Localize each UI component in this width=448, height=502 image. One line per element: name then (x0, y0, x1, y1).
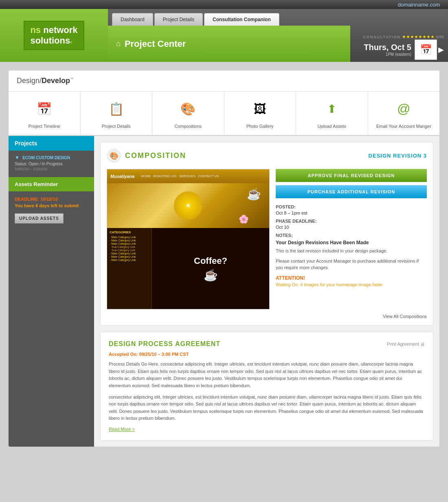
project-expand-arrow: ▼ (15, 155, 20, 160)
consultation-row: CONSULTATION ★★★★★★★★ SITE (363, 34, 444, 39)
notes-text-1: This is the last revision included in yo… (276, 248, 427, 254)
project-center-title: Project Center (125, 39, 186, 49)
logo-ns: ns networksolutions® (30, 25, 77, 46)
toolbar-label-photo-gallery: Photo Gallery (246, 123, 274, 129)
date-display: Thurs, Oct 5 (364, 43, 411, 52)
main-wrapper: Design/Develop™ 📅 Project Timeline 📋 Pro… (0, 62, 448, 455)
purchase-btn[interactable]: PURCHASE ADDITIONAL REVISION (276, 185, 427, 198)
toolbar-label-email: Email Your Account Manger (376, 123, 431, 129)
nav-tabs: Dashboard Project Details Consultation C… (108, 9, 350, 26)
toolbar-label-project-timeline: Project Timeline (29, 123, 60, 129)
toolbar-photo-gallery[interactable]: 🖼 Photo Gallery (224, 92, 296, 135)
sidebar-project-item[interactable]: ▼ ECOM CUSTOM DESIGN Status: Open / In P… (9, 151, 94, 175)
attention-section: ATTENTION! Waiting On: 4 Images for your… (276, 275, 427, 287)
assets-days-text: You have 6 days left to submit (9, 203, 94, 211)
date-area: Thurs, Oct 5 1PM (eastern) (364, 43, 411, 57)
calendar-thumbnail[interactable]: 📅 (415, 39, 437, 60)
main-container: Design/Develop™ 📅 Project Timeline 📋 Pro… (8, 70, 440, 447)
dpa-section: DESIGN PROCESS AGREEMENT Print Agreement… (100, 332, 433, 441)
mockup-top-bar: Musaliyana HOME ROASTING 101 SERVICES CO… (107, 169, 269, 183)
site-label: SITE (436, 35, 444, 39)
nav-tabs-area: Dashboard Project Details Consultation C… (108, 9, 350, 62)
project-name: ECOM CUSTOM DESIGN (22, 156, 70, 160)
assets-deadline: DEADLINE: 10/15/10 (9, 193, 94, 203)
composition-section: 🎨 COMPOSITION DESIGN REVISION 3 Musaliya… (100, 142, 433, 326)
project-details-icon: 📋 (105, 98, 127, 120)
notes-title: NOTES: (276, 233, 427, 238)
toolbar-label-project-details: Project Details (102, 123, 131, 129)
comp-title-row: 🎨 COMPOSITION (107, 149, 186, 163)
dpa-title: DESIGN PROCESS AGREEMENT (109, 340, 220, 348)
notes-heading: Your Design Revisions Have Been Made (276, 240, 427, 246)
posted-label: POSTED: (276, 204, 427, 209)
upload-assets-button[interactable]: UPLOAD ASSETS (15, 213, 64, 224)
domain-name: domainname.com (398, 2, 440, 8)
consultation-label: CONSULTATION (363, 35, 401, 39)
date-cal-row: Thurs, Oct 5 1PM (eastern) 📅 ▶ (364, 39, 444, 60)
toolbar-label-upload-assets: Upload Assets (318, 123, 346, 129)
calendar-arrow[interactable]: ▶ (438, 45, 444, 54)
sidebar: Projects ▼ ECOM CUSTOM DESIGN Status: Op… (9, 136, 94, 447)
toolbar-email-account-manager[interactable]: @ Email Your Account Manger (368, 92, 440, 135)
project-dates: 10/01/10 – 11/01/10 (15, 167, 88, 171)
compositions-icon: 🎨 (177, 98, 199, 120)
notes-text-2: Please contact your Account Manager to p… (276, 258, 427, 271)
tab-dashboard[interactable]: Dashboard (112, 13, 153, 26)
comp-revision-label: DESIGN REVISION 3 (369, 153, 427, 159)
phase-deadline-label: PHASE DEADLINE: (276, 219, 427, 224)
home-icon: ⌂ (116, 39, 121, 48)
accepted-on: Accepted On: 09/25/10 – 3:00 PM CST (109, 352, 425, 357)
upload-assets-icon: ⬆ (321, 98, 343, 120)
logo-area: ns networksolutions® (0, 9, 108, 62)
project-status: Status: Open / In Progress (15, 162, 88, 166)
toolbar-project-timeline[interactable]: 📅 Project Timeline (9, 92, 81, 135)
print-agreement-link[interactable]: Print Agreement 🖨 (387, 342, 425, 346)
dd-header: Design/Develop™ (9, 70, 439, 92)
logo-box: ns networksolutions® (24, 21, 84, 50)
dpa-paragraph-2: consectetur adipiscing elit. Integer ult… (109, 394, 425, 422)
mockup-outer: Musaliyana HOME ROASTING 101 SERVICES CO… (107, 169, 269, 309)
project-arrow-name-row: ▼ ECOM CUSTOM DESIGN (15, 155, 88, 160)
right-panel: CONSULTATION ★★★★★★★★ SITE Thurs, Oct 5 … (350, 9, 448, 62)
composition-mockup-image: Musaliyana HOME ROASTING 101 SERVICES CO… (107, 169, 270, 309)
top-bar: domainname.com (0, 0, 448, 9)
notes-section: NOTES: Your Design Revisions Have Been M… (276, 233, 427, 271)
comp-header: 🎨 COMPOSITION DESIGN REVISION 3 (107, 149, 427, 163)
photo-gallery-icon: 🖼 (249, 98, 271, 120)
time-display: 1PM (eastern) (364, 52, 411, 57)
dpa-header: DESIGN PROCESS AGREEMENT Print Agreement… (109, 340, 425, 348)
view-all-link[interactable]: View All Compositions (383, 314, 427, 319)
tab-project-details[interactable]: Project Details (154, 13, 203, 26)
view-all-compositions: View All Compositions (107, 313, 427, 319)
toolbar-upload-assets[interactable]: ⬆ Upload Assets (296, 92, 368, 135)
comp-title-text: COMPOSITION (125, 151, 186, 160)
icon-toolbar: 📅 Project Timeline 📋 Project Details 🎨 C… (9, 92, 439, 136)
mockup-hero-area: ☀ ☕ 🌸 (107, 183, 269, 228)
sidebar-projects-header: Projects (9, 136, 94, 151)
toolbar-label-compositions: Compositions (174, 123, 202, 129)
assets-reminder-content: DEADLINE: 10/15/10 You have 6 days left … (9, 191, 94, 232)
tab-consultation-companion[interactable]: Consultation Companion (204, 13, 279, 26)
attention-label: ATTENTION! (276, 275, 427, 281)
phase-deadline-value: Oct 10 (276, 225, 427, 230)
posted-value: Oct 8 – 1pm est (276, 210, 427, 215)
dpa-paragraph-1: Process Details Go Here. consectetur adi… (109, 361, 425, 389)
main-panel: 🎨 COMPOSITION DESIGN REVISION 3 Musaliya… (94, 136, 439, 447)
comp-details: APPROVE FINAL REVISED DESIGN PURCHASE AD… (276, 169, 427, 309)
toolbar-compositions[interactable]: 🎨 Compositions (152, 92, 224, 135)
header: ns networksolutions® Dashboard Project D… (0, 9, 448, 62)
read-more-link[interactable]: Read More > (109, 427, 135, 432)
project-timeline-icon: 📅 (33, 98, 55, 120)
content-area: Projects ▼ ECOM CUSTOM DESIGN Status: Op… (9, 136, 439, 447)
sidebar-assets-header: Assets Reminder (9, 177, 94, 191)
dd-title: Design/Develop™ (17, 77, 74, 85)
composition-section-icon: 🎨 (107, 149, 121, 163)
approve-btn[interactable]: APPROVE FINAL REVISED DESIGN (276, 169, 427, 182)
waiting-text: Waiting On: 4 Images for your homepage i… (276, 282, 427, 287)
comp-body: Musaliyana HOME ROASTING 101 SERVICES CO… (107, 169, 427, 309)
mockup-lower: Categories - Main Category Link - Main C… (107, 228, 269, 309)
toolbar-project-details[interactable]: 📋 Project Details (81, 92, 153, 135)
star-rating: ★★★★★★★★ (402, 34, 435, 39)
email-icon: @ (393, 98, 415, 120)
project-bar: ⌂ Project Center (108, 26, 350, 62)
